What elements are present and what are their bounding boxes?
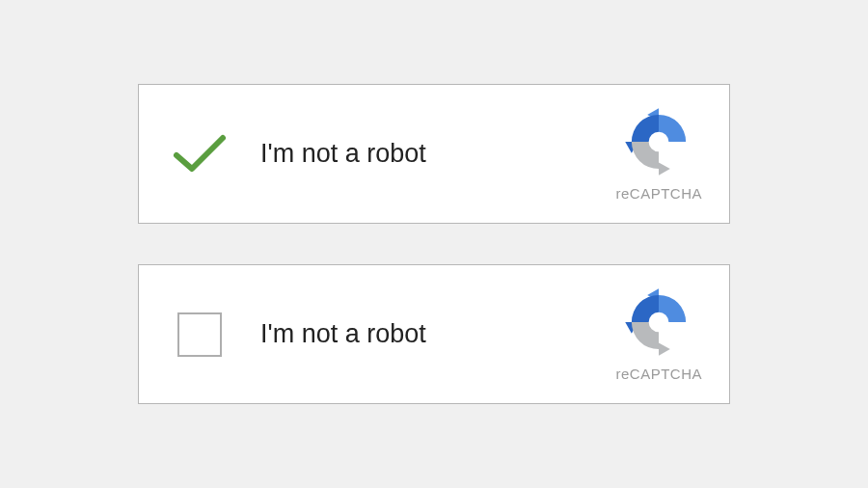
svg-marker-5 <box>659 342 670 355</box>
recaptcha-widget-checked: I'm not a robot reCAPTCHA <box>138 84 730 224</box>
recaptcha-widget-unchecked: I'm not a robot reCAPTCHA <box>138 264 730 404</box>
recaptcha-branding: reCAPTCHA <box>615 106 702 202</box>
recaptcha-logo-icon <box>623 286 694 358</box>
recaptcha-logo-icon <box>623 106 694 177</box>
not-a-robot-label: I'm not a robot <box>260 139 615 169</box>
svg-marker-2 <box>659 162 670 175</box>
recaptcha-branding: reCAPTCHA <box>615 286 702 382</box>
not-a-robot-label: I'm not a robot <box>260 319 615 349</box>
status-area <box>166 132 233 176</box>
recaptcha-checkbox[interactable] <box>177 312 222 357</box>
recaptcha-brand-text: reCAPTCHA <box>615 366 702 382</box>
checkmark-icon <box>171 132 229 176</box>
status-area <box>166 312 233 357</box>
recaptcha-brand-text: reCAPTCHA <box>615 185 702 202</box>
